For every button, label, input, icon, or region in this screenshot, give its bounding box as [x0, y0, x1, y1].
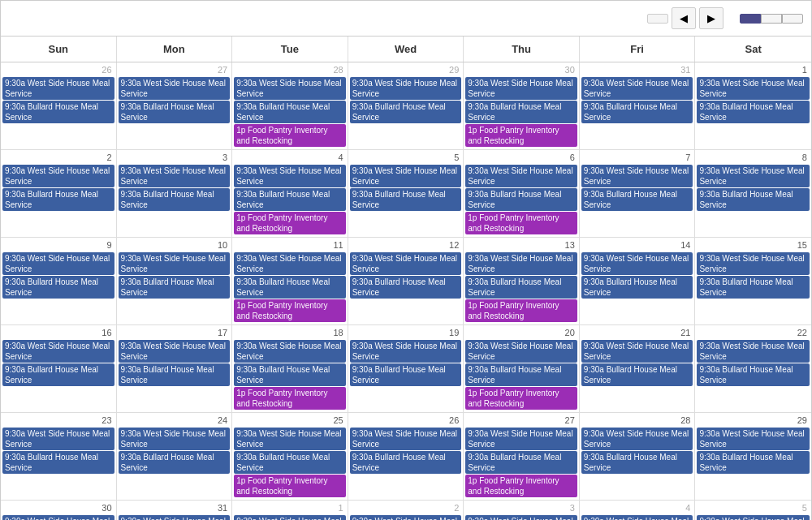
event-bullard[interactable]: 9:30a Bullard House Meal Service — [350, 188, 462, 211]
day-cell[interactable]: 49:30a West Side House Meal Service9:30a… — [580, 501, 696, 520]
event-west-side[interactable]: 9:30a West Side House Meal Service — [697, 77, 810, 100]
event-bullard[interactable]: 9:30a Bullard House Meal Service — [2, 363, 114, 386]
event-bullard[interactable]: 9:30a Bullard House Meal Service — [581, 101, 693, 123]
day-cell[interactable]: 299:30a West Side House Meal Service9:30… — [695, 413, 811, 501]
event-west-side[interactable]: 9:30a West Side House Meal Service — [581, 515, 693, 520]
event-bullard[interactable]: 9:30a Bullard House Meal Service — [697, 451, 810, 474]
event-west-side[interactable]: 9:30a West Side House Meal Service — [119, 252, 231, 275]
day-cell[interactable]: 189:30a West Side House Meal Service9:30… — [232, 325, 348, 413]
event-west-side[interactable]: 9:30a West Side House Meal Service — [697, 165, 810, 187]
event-bullard[interactable]: 9:30a Bullard House Meal Service — [350, 101, 462, 123]
event-bullard[interactable]: 9:30a Bullard House Meal Service — [581, 188, 693, 211]
day-cell[interactable]: 149:30a West Side House Meal Service9:30… — [580, 238, 696, 325]
day-cell[interactable]: 29:30a West Side House Meal Service9:30a… — [348, 501, 464, 520]
event-west-side[interactable]: 9:30a West Side House Meal Service — [465, 252, 577, 275]
event-food-pantry[interactable]: 1p Food Pantry Inventory and Restocking — [234, 124, 346, 147]
event-west-side[interactable]: 9:30a West Side House Meal Service — [697, 252, 810, 275]
event-bullard[interactable]: 9:30a Bullard House Meal Service — [581, 451, 693, 474]
event-food-pantry[interactable]: 1p Food Pantry Inventory and Restocking — [465, 387, 577, 410]
day-view-button[interactable] — [782, 14, 803, 24]
event-food-pantry[interactable]: 1p Food Pantry Inventory and Restocking — [234, 475, 346, 497]
day-cell[interactable]: 269:30a West Side House Meal Service9:30… — [1, 62, 117, 150]
event-bullard[interactable]: 9:30a Bullard House Meal Service — [581, 363, 693, 386]
day-cell[interactable]: 229:30a West Side House Meal Service9:30… — [695, 325, 811, 413]
event-bullard[interactable]: 9:30a Bullard House Meal Service — [465, 188, 577, 211]
week-view-button[interactable] — [761, 14, 782, 24]
event-bullard[interactable]: 9:30a Bullard House Meal Service — [119, 276, 231, 299]
day-cell[interactable]: 289:30a West Side House Meal Service9:30… — [580, 413, 696, 501]
event-bullard[interactable]: 9:30a Bullard House Meal Service — [697, 363, 810, 386]
day-cell[interactable]: 209:30a West Side House Meal Service9:30… — [464, 325, 580, 413]
day-cell[interactable]: 269:30a West Side House Meal Service9:30… — [348, 413, 464, 501]
event-west-side[interactable]: 9:30a West Side House Meal Service — [119, 340, 231, 363]
event-west-side[interactable]: 9:30a West Side House Meal Service — [234, 165, 346, 187]
day-cell[interactable]: 159:30a West Side House Meal Service9:30… — [695, 238, 811, 325]
event-west-side[interactable]: 9:30a West Side House Meal Service — [581, 165, 693, 187]
event-west-side[interactable]: 9:30a West Side House Meal Service — [234, 77, 346, 100]
event-west-side[interactable]: 9:30a West Side House Meal Service — [234, 340, 346, 363]
event-west-side[interactable]: 9:30a West Side House Meal Service — [581, 428, 693, 450]
event-food-pantry[interactable]: 1p Food Pantry Inventory and Restocking — [465, 212, 577, 234]
today-button[interactable] — [647, 14, 668, 24]
event-west-side[interactable]: 9:30a West Side House Meal Service — [234, 252, 346, 275]
event-west-side[interactable]: 9:30a West Side House Meal Service — [350, 252, 462, 275]
event-bullard[interactable]: 9:30a Bullard House Meal Service — [350, 451, 462, 474]
day-cell[interactable]: 289:30a West Side House Meal Service9:30… — [232, 62, 348, 150]
event-bullard[interactable]: 9:30a Bullard House Meal Service — [697, 276, 810, 299]
day-cell[interactable]: 49:30a West Side House Meal Service9:30a… — [232, 150, 348, 238]
day-cell[interactable]: 79:30a West Side House Meal Service9:30a… — [580, 150, 696, 238]
event-bullard[interactable]: 9:30a Bullard House Meal Service — [234, 188, 346, 211]
event-bullard[interactable]: 9:30a Bullard House Meal Service — [465, 451, 577, 474]
day-cell[interactable]: 89:30a West Side House Meal Service9:30a… — [695, 150, 811, 238]
event-west-side[interactable]: 9:30a West Side House Meal Service — [465, 428, 577, 450]
event-bullard[interactable]: 9:30a Bullard House Meal Service — [350, 276, 462, 299]
day-cell[interactable]: 59:30a West Side House Meal Service9:30a… — [348, 150, 464, 238]
day-cell[interactable]: 99:30a West Side House Meal Service9:30a… — [1, 238, 117, 325]
event-food-pantry[interactable]: 1p Food Pantry Inventory and Restocking — [234, 299, 346, 322]
event-west-side[interactable]: 9:30a West Side House Meal Service — [119, 165, 231, 187]
event-food-pantry[interactable]: 1p Food Pantry Inventory and Restocking — [234, 212, 346, 234]
event-bullard[interactable]: 9:30a Bullard House Meal Service — [119, 101, 231, 123]
event-west-side[interactable]: 9:30a West Side House Meal Service — [581, 340, 693, 363]
day-cell[interactable]: 199:30a West Side House Meal Service9:30… — [348, 325, 464, 413]
event-west-side[interactable]: 9:30a West Side House Meal Service — [119, 77, 231, 100]
event-food-pantry[interactable]: 1p Food Pantry Inventory and Restocking — [465, 124, 577, 147]
event-bullard[interactable]: 9:30a Bullard House Meal Service — [234, 101, 346, 123]
event-west-side[interactable]: 9:30a West Side House Meal Service — [2, 515, 114, 520]
event-bullard[interactable]: 9:30a Bullard House Meal Service — [119, 188, 231, 211]
event-west-side[interactable]: 9:30a West Side House Meal Service — [2, 252, 114, 275]
event-west-side[interactable]: 9:30a West Side House Meal Service — [119, 428, 231, 450]
day-cell[interactable]: 319:30a West Side House Meal Service9:30… — [117, 501, 233, 520]
event-bullard[interactable]: 9:30a Bullard House Meal Service — [350, 363, 462, 386]
event-food-pantry[interactable]: 1p Food Pantry Inventory and Restocking — [234, 387, 346, 410]
event-west-side[interactable]: 9:30a West Side House Meal Service — [697, 340, 810, 363]
event-bullard[interactable]: 9:30a Bullard House Meal Service — [234, 276, 346, 299]
event-bullard[interactable]: 9:30a Bullard House Meal Service — [465, 363, 577, 386]
event-west-side[interactable]: 9:30a West Side House Meal Service — [2, 165, 114, 187]
event-west-side[interactable]: 9:30a West Side House Meal Service — [350, 515, 462, 520]
event-west-side[interactable]: 9:30a West Side House Meal Service — [465, 77, 577, 100]
event-west-side[interactable]: 9:30a West Side House Meal Service — [234, 428, 346, 450]
day-cell[interactable]: 19:30a West Side House Meal Service9:30a… — [695, 62, 811, 150]
day-cell[interactable]: 19:30a West Side House Meal Service9:30a… — [232, 501, 348, 520]
day-cell[interactable]: 109:30a West Side House Meal Service9:30… — [117, 238, 233, 325]
day-cell[interactable]: 59:30a West Side House Meal Service9:30a… — [695, 501, 811, 520]
event-west-side[interactable]: 9:30a West Side House Meal Service — [465, 340, 577, 363]
event-west-side[interactable]: 9:30a West Side House Meal Service — [2, 428, 114, 450]
day-cell[interactable]: 129:30a West Side House Meal Service9:30… — [348, 238, 464, 325]
day-cell[interactable]: 299:30a West Side House Meal Service9:30… — [348, 62, 464, 150]
next-button[interactable]: ▶ — [699, 7, 723, 29]
event-bullard[interactable]: 9:30a Bullard House Meal Service — [697, 188, 810, 211]
event-west-side[interactable]: 9:30a West Side House Meal Service — [581, 252, 693, 275]
event-food-pantry[interactable]: 1p Food Pantry Inventory and Restocking — [465, 475, 577, 497]
event-bullard[interactable]: 9:30a Bullard House Meal Service — [119, 363, 231, 386]
event-west-side[interactable]: 9:30a West Side House Meal Service — [697, 515, 810, 520]
event-west-side[interactable]: 9:30a West Side House Meal Service — [2, 340, 114, 363]
day-cell[interactable]: 39:30a West Side House Meal Service9:30a… — [117, 150, 233, 238]
event-bullard[interactable]: 9:30a Bullard House Meal Service — [2, 101, 114, 123]
day-cell[interactable]: 249:30a West Side House Meal Service9:30… — [117, 413, 233, 501]
day-cell[interactable]: 219:30a West Side House Meal Service9:30… — [580, 325, 696, 413]
day-cell[interactable]: 139:30a West Side House Meal Service9:30… — [464, 238, 580, 325]
day-cell[interactable]: 279:30a West Side House Meal Service9:30… — [464, 413, 580, 501]
event-west-side[interactable]: 9:30a West Side House Meal Service — [350, 340, 462, 363]
